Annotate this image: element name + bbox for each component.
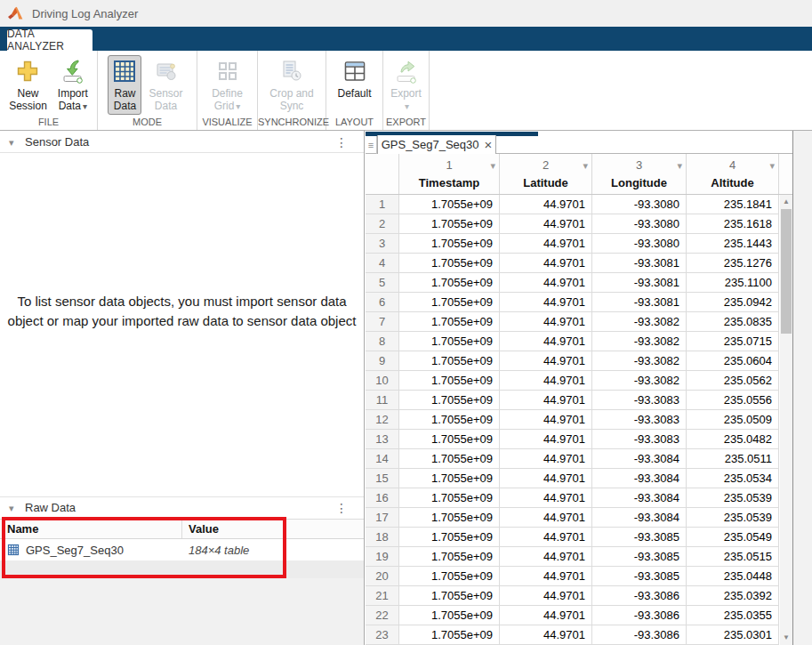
- row-number[interactable]: 18: [366, 528, 399, 547]
- table-cell[interactable]: -93.3085: [592, 528, 687, 547]
- tab-grip-icon[interactable]: ≡: [366, 136, 377, 154]
- collapse-arrow-icon[interactable]: ▾: [9, 503, 20, 513]
- table-cell[interactable]: -93.3080: [592, 195, 687, 214]
- table-cell[interactable]: 235.0549: [687, 528, 779, 547]
- table-cell[interactable]: 235.0539: [687, 488, 779, 508]
- collapse-arrow-icon[interactable]: ▾: [9, 137, 20, 148]
- table-cell[interactable]: 235.0942: [687, 293, 779, 312]
- row-number[interactable]: 13: [366, 430, 399, 449]
- table-cell[interactable]: 235.0534: [687, 469, 779, 488]
- table-cell[interactable]: 1.7055e+09: [399, 391, 500, 410]
- default-layout-button[interactable]: Default: [334, 55, 374, 102]
- table-cell[interactable]: 44.9701: [500, 312, 592, 332]
- table-cell[interactable]: 44.9701: [500, 606, 592, 625]
- table-cell[interactable]: 235.0562: [687, 371, 779, 391]
- import-data-button[interactable]: ImportData▾: [54, 55, 92, 116]
- table-cell[interactable]: 235.0301: [687, 625, 779, 645]
- raw-column-value[interactable]: Value: [182, 520, 364, 538]
- row-number[interactable]: 15: [366, 469, 399, 488]
- table-cell[interactable]: 44.9701: [500, 273, 592, 293]
- table-cell[interactable]: 235.1276: [687, 254, 779, 273]
- row-number[interactable]: 4: [366, 254, 399, 273]
- row-number[interactable]: 12: [366, 410, 399, 430]
- row-number[interactable]: 23: [366, 625, 399, 645]
- table-cell[interactable]: 44.9701: [500, 234, 592, 254]
- table-cell[interactable]: 44.9701: [500, 586, 592, 606]
- table-cell[interactable]: 235.0715: [687, 332, 779, 351]
- table-cell[interactable]: 1.7055e+09: [399, 410, 500, 430]
- table-cell[interactable]: -93.3084: [592, 508, 687, 528]
- column-header-latitude[interactable]: 2▾ Latitude: [500, 154, 592, 194]
- row-number[interactable]: 9: [366, 351, 399, 371]
- table-cell[interactable]: 235.0355: [687, 606, 779, 625]
- table-cell[interactable]: -93.3086: [592, 606, 687, 625]
- table-cell[interactable]: 1.7055e+09: [399, 214, 500, 234]
- table-cell[interactable]: 235.0392: [687, 586, 779, 606]
- table-cell[interactable]: 1.7055e+09: [399, 195, 500, 214]
- table-cell[interactable]: 235.0482: [687, 430, 779, 449]
- table-cell[interactable]: 1.7055e+09: [399, 312, 500, 332]
- table-cell[interactable]: 1.7055e+09: [399, 547, 500, 567]
- table-cell[interactable]: 44.9701: [500, 332, 592, 351]
- row-number[interactable]: 5: [366, 273, 399, 293]
- table-cell[interactable]: -93.3083: [592, 391, 687, 410]
- table-cell[interactable]: -93.3080: [592, 234, 687, 254]
- scroll-up-icon[interactable]: ▲: [780, 195, 792, 209]
- raw-data-button[interactable]: RawData: [108, 55, 141, 115]
- row-number[interactable]: 2: [366, 214, 399, 234]
- sensor-data-button[interactable]: SensorData: [145, 55, 186, 115]
- table-cell[interactable]: -93.3085: [592, 567, 687, 586]
- row-number[interactable]: 10: [366, 371, 399, 391]
- panel-menu-icon[interactable]: ⋮: [335, 135, 348, 149]
- table-cell[interactable]: 44.9701: [500, 351, 592, 371]
- table-cell[interactable]: -93.3083: [592, 430, 687, 449]
- row-number[interactable]: 17: [366, 508, 399, 528]
- table-cell[interactable]: 235.0539: [687, 508, 779, 528]
- table-cell[interactable]: 235.0835: [687, 312, 779, 332]
- table-cell[interactable]: -93.3086: [592, 625, 687, 645]
- table-cell[interactable]: 1.7055e+09: [399, 234, 500, 254]
- table-cell[interactable]: 235.0556: [687, 391, 779, 410]
- define-grid-button[interactable]: DefineGrid▾: [208, 55, 246, 116]
- row-number[interactable]: 7: [366, 312, 399, 332]
- table-cell[interactable]: 235.1841: [687, 195, 779, 214]
- table-cell[interactable]: 1.7055e+09: [399, 567, 500, 586]
- table-cell[interactable]: -93.3085: [592, 547, 687, 567]
- table-cell[interactable]: 44.9701: [500, 488, 592, 508]
- row-number[interactable]: 21: [366, 586, 399, 606]
- table-cell[interactable]: 44.9701: [500, 410, 592, 430]
- table-cell[interactable]: 1.7055e+09: [399, 371, 500, 391]
- table-cell[interactable]: -93.3084: [592, 449, 687, 469]
- row-number[interactable]: 6: [366, 293, 399, 312]
- table-cell[interactable]: -93.3082: [592, 371, 687, 391]
- close-tab-icon[interactable]: ×: [485, 139, 493, 151]
- row-number[interactable]: 3: [366, 234, 399, 254]
- table-cell[interactable]: 44.9701: [500, 567, 592, 586]
- table-cell[interactable]: 44.9701: [500, 214, 592, 234]
- scrollbar-thumb[interactable]: [781, 209, 792, 334]
- table-cell[interactable]: 1.7055e+09: [399, 606, 500, 625]
- table-cell[interactable]: 235.0509: [687, 410, 779, 430]
- table-cell[interactable]: -93.3084: [592, 469, 687, 488]
- table-cell[interactable]: 1.7055e+09: [399, 469, 500, 488]
- table-cell[interactable]: 235.0448: [687, 567, 779, 586]
- panel-menu-icon[interactable]: ⋮: [335, 501, 348, 515]
- crop-and-sync-button[interactable]: Crop andSync: [266, 55, 317, 115]
- table-cell[interactable]: -93.3082: [592, 351, 687, 371]
- column-header-altitude[interactable]: 4▾ Altitude: [687, 154, 779, 194]
- table-cell[interactable]: 1.7055e+09: [399, 351, 500, 371]
- tab-gps-seg7-seq30[interactable]: GPS_Seg7_Seq30 ×: [377, 135, 496, 154]
- table-cell[interactable]: 1.7055e+09: [399, 430, 500, 449]
- table-cell[interactable]: 235.1443: [687, 234, 779, 254]
- table-cell[interactable]: 44.9701: [500, 469, 592, 488]
- scroll-down-icon[interactable]: ▼: [780, 631, 792, 645]
- table-cell[interactable]: 44.9701: [500, 528, 592, 547]
- table-cell[interactable]: -93.3082: [592, 332, 687, 351]
- table-cell[interactable]: 235.0515: [687, 547, 779, 567]
- table-cell[interactable]: 1.7055e+09: [399, 332, 500, 351]
- table-cell[interactable]: 235.0511: [687, 449, 779, 469]
- table-cell[interactable]: 1.7055e+09: [399, 449, 500, 469]
- table-cell[interactable]: -93.3082: [592, 312, 687, 332]
- new-session-button[interactable]: NewSession: [5, 55, 51, 115]
- table-cell[interactable]: 235.1618: [687, 214, 779, 234]
